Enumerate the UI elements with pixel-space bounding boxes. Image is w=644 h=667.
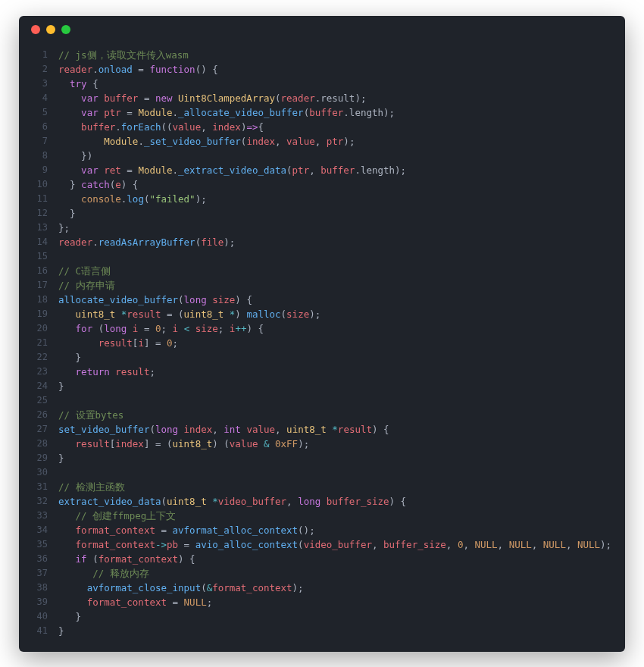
code-token: video_buffer (304, 539, 372, 550)
code-token: ; (173, 337, 179, 349)
code-token (127, 323, 133, 334)
code-token: int (224, 424, 241, 435)
code-token: ( (161, 496, 167, 507)
line-number: 25 (27, 393, 48, 408)
code-token: index (184, 424, 213, 435)
code-token: var (81, 107, 98, 118)
code-line: var buffer = new Uint8ClampedArray(reade… (58, 91, 611, 105)
line-number: 36 (27, 552, 48, 566)
code-token: var (81, 164, 98, 176)
code-token: } (58, 625, 64, 637)
code-token: ); (309, 308, 320, 320)
code-token: . (343, 107, 349, 118)
code-token: } (58, 380, 64, 392)
code-token: 内存申请 (76, 280, 115, 291)
code-token: ( (298, 539, 304, 550)
code-token: { (258, 121, 264, 133)
line-number: 22 (27, 350, 48, 365)
code-line: result[index] = (uint8_t) (value & 0xFF)… (58, 437, 611, 451)
line-number: 3 (27, 77, 48, 91)
code-line: uint8_t *result = (uint8_t *) malloc(siz… (58, 307, 611, 321)
code-token: buffer (320, 164, 355, 176)
close-icon[interactable] (31, 25, 40, 34)
code-token: , (463, 539, 474, 550)
code-token: js侧，读取文件传入wasm (76, 49, 189, 61)
code-token: return (76, 366, 110, 377)
code-token: = ( (161, 308, 183, 320)
line-number: 30 (27, 465, 48, 480)
code-line: set_video_buffer(long index, int value, … (58, 422, 611, 437)
code-token: length (349, 107, 383, 118)
code-token: , (275, 136, 286, 147)
code-token: index (246, 136, 275, 147)
code-token: Module (138, 107, 172, 118)
code-token: format_context (98, 553, 178, 565)
code-token: (); (298, 525, 315, 536)
code-token: ); (355, 92, 366, 104)
code-token (58, 568, 92, 579)
code-token: ++ (235, 323, 246, 334)
code-area: // js侧，读取文件传入wasmreader.onload = functio… (58, 48, 624, 638)
code-token: ) { (389, 496, 407, 507)
line-number: 13 (27, 221, 48, 235)
code-token: } (58, 611, 81, 622)
code-token (115, 308, 121, 320)
code-token: ptr (104, 107, 121, 118)
code-line: avformat_close_input(&format_context); (58, 581, 611, 595)
code-line: // 释放内存 (58, 566, 611, 581)
code-token: extract_video_data (58, 496, 161, 507)
code-token: = (133, 64, 150, 75)
code-token: ( (92, 323, 104, 334)
code-token (178, 323, 184, 334)
code-token: "failed" (149, 193, 195, 205)
code-token: buffer (104, 92, 138, 104)
code-token: NULL (184, 597, 207, 608)
code-token: avio_alloc_context (195, 539, 298, 550)
code-line: // 内存申请 (58, 278, 611, 293)
code-token: & (264, 438, 270, 449)
code-token: , (446, 539, 458, 550)
code-token: format_context (76, 539, 155, 550)
code-line: var ret = Module._extract_video_data(ptr… (58, 163, 611, 177)
code-token: 0 (155, 323, 161, 334)
code-token: } (58, 452, 64, 464)
code-token: ); (343, 136, 355, 147)
code-token: ; (149, 366, 155, 377)
line-number: 29 (27, 451, 48, 465)
code-token: _set_video_buffer (144, 136, 241, 147)
code-token: ( (178, 294, 184, 305)
line-number: 41 (27, 624, 48, 638)
line-number: 26 (27, 408, 48, 422)
code-token: ret (104, 164, 121, 176)
code-token: avformat_close_input (87, 582, 202, 593)
code-token: forEach (121, 121, 161, 133)
line-number: 27 (27, 422, 48, 437)
line-number: 20 (27, 321, 48, 336)
code-token: // (58, 409, 76, 421)
line-number: 8 (27, 149, 48, 163)
code-token: readAsArrayBuffer (98, 236, 195, 248)
minimize-icon[interactable] (46, 25, 55, 34)
code-token: 释放内存 (110, 568, 149, 579)
code-token: ) (235, 308, 246, 320)
code-token: ) { (235, 294, 252, 305)
code-token: = (155, 525, 173, 536)
code-token: , (309, 164, 320, 176)
code-token: if (76, 553, 87, 565)
code-token: ( (281, 308, 287, 320)
code-line: } (58, 350, 611, 365)
code-token: uint8_t (167, 496, 207, 507)
code-token: _allocate_video_buffer (178, 107, 304, 118)
maximize-icon[interactable] (61, 25, 70, 34)
code-token: NULL (509, 539, 532, 550)
line-number: 38 (27, 581, 48, 595)
code-token: uint8_t (286, 424, 327, 435)
code-token: buffer (309, 107, 343, 118)
code-token (270, 438, 276, 449)
code-token: , (275, 424, 286, 435)
code-token: ); (292, 582, 304, 593)
code-line: format_context->pb = avio_alloc_context(… (58, 537, 611, 552)
code-editor: 1234567891011121314151617181920212223242… (19, 43, 625, 652)
code-token (58, 78, 70, 89)
code-token: ( (87, 553, 98, 565)
